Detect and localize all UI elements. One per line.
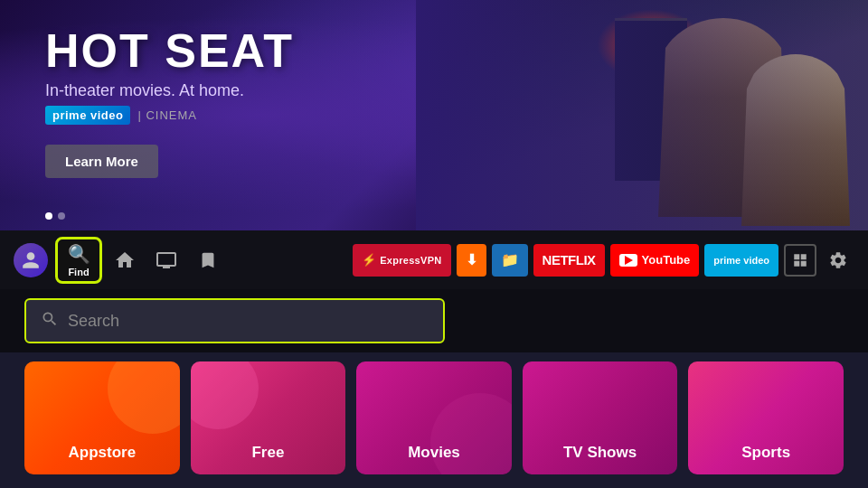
search-bar-icon: [41, 310, 59, 333]
grid-icon: [792, 252, 808, 268]
youtube-play-triangle: [625, 256, 633, 265]
movies-label: Movies: [408, 444, 460, 462]
navbar: 🔍 Find ⚡ ExpressVPN ⬇ 📁: [0, 230, 868, 289]
hero-subtitle: In-theater movies. At home.: [45, 81, 294, 100]
category-free[interactable]: Free: [191, 361, 346, 474]
downloader-shortcut[interactable]: ⬇: [457, 244, 486, 277]
expressvpn-shortcut[interactable]: ⚡ ExpressVPN: [353, 244, 450, 277]
youtube-label: YouTube: [642, 253, 691, 267]
hero-dots: [45, 212, 65, 220]
avatar-icon: [21, 250, 41, 270]
hero-brand: prime video | CINEMA: [45, 106, 294, 125]
learn-more-button[interactable]: Learn More: [45, 145, 158, 178]
appstore-label: Appstore: [68, 444, 136, 462]
categories-row: Appstore Free Movies TV Shows Sports: [0, 352, 868, 483]
search-bar[interactable]: Search: [24, 298, 445, 343]
category-appstore[interactable]: Appstore: [24, 361, 180, 474]
expressvpn-icon: ⚡: [362, 253, 376, 267]
search-icon: 🔍: [68, 243, 90, 265]
hero-content: HOT SEAT In-theater movies. At home. pri…: [45, 27, 294, 178]
netflix-label: NETFLIX: [542, 252, 596, 267]
category-movies[interactable]: Movies: [356, 361, 512, 474]
downloader-icon: ⬇: [466, 251, 477, 268]
hero-image-area: [416, 0, 868, 230]
category-tvshows[interactable]: TV Shows: [523, 361, 678, 474]
hero-title: HOT SEAT: [45, 27, 294, 74]
search-section: Search: [0, 289, 868, 352]
free-label: Free: [251, 444, 284, 462]
search-placeholder: Search: [68, 312, 119, 331]
hero-image-gradient: [416, 0, 868, 230]
primevideo-shortcut[interactable]: prime video: [704, 244, 778, 277]
app-shortcuts: ⚡ ExpressVPN ⬇ 📁 NETFLIX YouTube prime v…: [353, 244, 854, 277]
bookmark-icon: [198, 250, 218, 270]
grid-button[interactable]: [784, 244, 816, 277]
youtube-shortcut[interactable]: YouTube: [610, 244, 700, 277]
saved-nav-button[interactable]: [189, 241, 227, 279]
expressvpn-label: ExpressVPN: [380, 255, 441, 266]
youtube-play-icon: [619, 254, 637, 267]
live-nav-button[interactable]: [147, 241, 185, 279]
settings-icon: [828, 250, 848, 270]
find-label: Find: [68, 267, 89, 277]
netflix-shortcut[interactable]: NETFLIX: [533, 244, 605, 277]
tv-icon: [156, 249, 177, 271]
tvshows-label: TV Shows: [563, 444, 637, 462]
home-icon: [114, 249, 136, 271]
find-button[interactable]: 🔍 Find: [55, 237, 102, 284]
sports-label: Sports: [741, 444, 790, 462]
hero-dot-2[interactable]: [58, 212, 65, 220]
home-nav-button[interactable]: [106, 241, 144, 279]
user-avatar[interactable]: [14, 243, 48, 277]
primevideo-label: prime video: [713, 255, 769, 266]
settings-button[interactable]: [822, 244, 854, 277]
hero-dot-1[interactable]: [45, 212, 52, 220]
filebrowser-icon: 📁: [501, 251, 519, 268]
category-sports[interactable]: Sports: [688, 361, 844, 474]
prime-video-logo: prime video: [45, 106, 130, 125]
hero-banner: HOT SEAT In-theater movies. At home. pri…: [0, 0, 868, 230]
filebrowser-shortcut[interactable]: 📁: [492, 244, 528, 277]
hero-cinema-label: | CINEMA: [137, 108, 197, 122]
